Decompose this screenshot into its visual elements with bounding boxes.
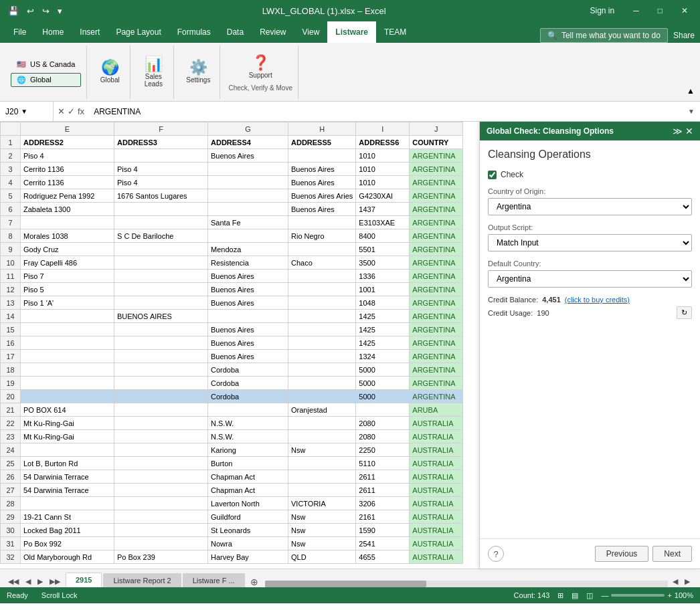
table-cell[interactable]: Rodriguez Pena 1992 bbox=[21, 189, 114, 203]
zoom-in-button[interactable]: + bbox=[667, 591, 671, 599]
table-cell[interactable] bbox=[114, 403, 208, 417]
table-cell[interactable]: 2080 bbox=[356, 417, 410, 430]
sheet-tab-listware-report-2[interactable]: Listware Report 2 bbox=[103, 573, 181, 587]
table-cell[interactable] bbox=[288, 417, 356, 430]
table-cell[interactable]: Cerrito 1136 bbox=[21, 163, 114, 176]
table-cell[interactable]: 1010 bbox=[356, 163, 410, 176]
table-cell[interactable]: AUSTRALIA bbox=[410, 443, 463, 457]
table-cell[interactable] bbox=[114, 203, 208, 216]
table-cell[interactable]: AUSTRALIA bbox=[410, 430, 463, 443]
country-origin-select[interactable]: Argentina Australia Brazil Canada bbox=[488, 198, 692, 215]
table-cell[interactable]: Cerrito 1136 bbox=[21, 176, 114, 189]
table-cell[interactable] bbox=[114, 336, 208, 350]
table-cell[interactable] bbox=[288, 470, 356, 484]
sheet-next-button[interactable]: ▶ bbox=[35, 576, 46, 587]
table-cell[interactable] bbox=[114, 390, 208, 403]
table-cell[interactable]: Nsw bbox=[288, 537, 356, 550]
table-cell[interactable] bbox=[21, 363, 114, 377]
table-cell[interactable]: Zabaleta 1300 bbox=[21, 203, 114, 216]
table-cell[interactable]: 54 Darwinia Terrace bbox=[21, 484, 114, 497]
table-cell[interactable]: QLD bbox=[288, 550, 356, 564]
table-cell[interactable]: Piso 4 bbox=[114, 163, 208, 176]
table-cell[interactable]: 2541 bbox=[356, 537, 410, 550]
table-cell[interactable] bbox=[21, 497, 114, 510]
table-cell[interactable] bbox=[114, 256, 208, 270]
cancel-formula-button[interactable]: ✕ bbox=[58, 106, 65, 116]
restore-button[interactable]: □ bbox=[651, 3, 669, 18]
table-cell[interactable] bbox=[288, 283, 356, 296]
table-cell[interactable] bbox=[21, 443, 114, 457]
table-cell[interactable]: ARGENTINA bbox=[410, 216, 463, 229]
table-cell[interactable]: Piso 7 bbox=[21, 270, 114, 283]
formula-input[interactable] bbox=[88, 107, 683, 116]
sales-leads-button[interactable]: 📊 SalesLeads bbox=[139, 54, 168, 90]
table-cell[interactable]: E3103XAE bbox=[356, 216, 410, 229]
table-cell[interactable] bbox=[114, 283, 208, 296]
table-cell[interactable]: Buenos Aires bbox=[288, 203, 356, 216]
table-cell[interactable] bbox=[114, 216, 208, 229]
table-cell[interactable]: 1425 bbox=[356, 323, 410, 336]
sheet-tab-listware-f[interactable]: Listware F ... bbox=[183, 573, 245, 587]
cell-ref-dropdown[interactable]: ▼ bbox=[21, 108, 27, 115]
table-cell[interactable] bbox=[114, 510, 208, 524]
table-cell[interactable]: ARGENTINA bbox=[410, 149, 463, 163]
table-cell[interactable]: Buenos Aires bbox=[208, 323, 288, 336]
table-cell[interactable]: Cordoba bbox=[208, 363, 288, 377]
table-cell[interactable] bbox=[208, 310, 288, 323]
global-button[interactable]: 🌍 Global bbox=[95, 58, 124, 86]
table-cell[interactable]: 5501 bbox=[356, 243, 410, 256]
table-cell[interactable] bbox=[288, 363, 356, 377]
table-cell[interactable]: N.S.W. bbox=[208, 417, 288, 430]
table-cell[interactable]: Resistencia bbox=[208, 256, 288, 270]
table-cell[interactable]: 2611 bbox=[356, 470, 410, 484]
table-cell[interactable] bbox=[114, 270, 208, 283]
table-cell[interactable]: Mendoza bbox=[208, 243, 288, 256]
confirm-formula-button[interactable]: ✓ bbox=[68, 106, 75, 116]
table-cell[interactable]: G4230XAI bbox=[356, 189, 410, 203]
table-cell[interactable]: ARGENTINA bbox=[410, 189, 463, 203]
col-header-i[interactable]: I bbox=[356, 122, 410, 136]
minimize-button[interactable]: ─ bbox=[626, 3, 646, 18]
table-cell[interactable] bbox=[288, 430, 356, 443]
table-cell[interactable]: Santa Fe bbox=[208, 216, 288, 229]
table-cell[interactable]: 2080 bbox=[356, 430, 410, 443]
table-cell[interactable]: Burton bbox=[208, 457, 288, 470]
table-cell[interactable]: 1676 Santos Lugares bbox=[114, 189, 208, 203]
table-cell[interactable]: 5000 bbox=[356, 390, 410, 403]
table-cell[interactable]: Buenos Aires bbox=[288, 176, 356, 189]
cell-i1[interactable]: ADDRESS6 bbox=[356, 136, 410, 149]
table-cell[interactable]: 1425 bbox=[356, 310, 410, 323]
table-cell[interactable]: 1010 bbox=[356, 149, 410, 163]
table-cell[interactable]: Po Box 239 bbox=[114, 550, 208, 564]
table-cell[interactable]: Buenos Aires bbox=[208, 296, 288, 310]
table-cell[interactable]: Fray Capelli 486 bbox=[21, 256, 114, 270]
table-cell[interactable]: ARGENTINA bbox=[410, 336, 463, 350]
tab-view[interactable]: View bbox=[294, 21, 328, 43]
output-script-select[interactable]: Match Input Latin Native bbox=[488, 234, 692, 251]
expand-ribbon-button[interactable]: ▲ bbox=[687, 86, 695, 96]
table-cell[interactable]: 1437 bbox=[356, 203, 410, 216]
table-cell[interactable]: Mt Ku-Ring-Gai bbox=[21, 417, 114, 430]
table-cell[interactable]: AUSTRALIA bbox=[410, 524, 463, 537]
cell-j1[interactable]: COUNTRY bbox=[410, 136, 463, 149]
table-cell[interactable] bbox=[114, 350, 208, 363]
table-cell[interactable] bbox=[288, 216, 356, 229]
table-cell[interactable] bbox=[21, 377, 114, 390]
cell-e1[interactable]: ADDRESS2 bbox=[21, 136, 114, 149]
refresh-credit-button[interactable]: ↻ bbox=[677, 306, 692, 319]
grid-view-icon[interactable]: ⊞ bbox=[557, 591, 563, 600]
table-cell[interactable]: Lot B, Burton Rd bbox=[21, 457, 114, 470]
tab-file[interactable]: File bbox=[5, 21, 34, 43]
tab-review[interactable]: Review bbox=[252, 21, 294, 43]
table-cell[interactable]: Gody Cruz bbox=[21, 243, 114, 256]
table-cell[interactable]: 5000 bbox=[356, 377, 410, 390]
scroll-right-button[interactable]: ▶ bbox=[683, 576, 692, 587]
table-cell[interactable]: Locked Bag 2011 bbox=[21, 524, 114, 537]
tab-listware[interactable]: Listware bbox=[327, 21, 376, 43]
table-cell[interactable] bbox=[21, 216, 114, 229]
table-cell[interactable] bbox=[208, 176, 288, 189]
table-cell[interactable]: Guildford bbox=[208, 510, 288, 524]
table-cell[interactable]: Buenos Aires bbox=[208, 270, 288, 283]
table-cell[interactable] bbox=[288, 323, 356, 336]
col-header-h[interactable]: H bbox=[288, 122, 356, 136]
